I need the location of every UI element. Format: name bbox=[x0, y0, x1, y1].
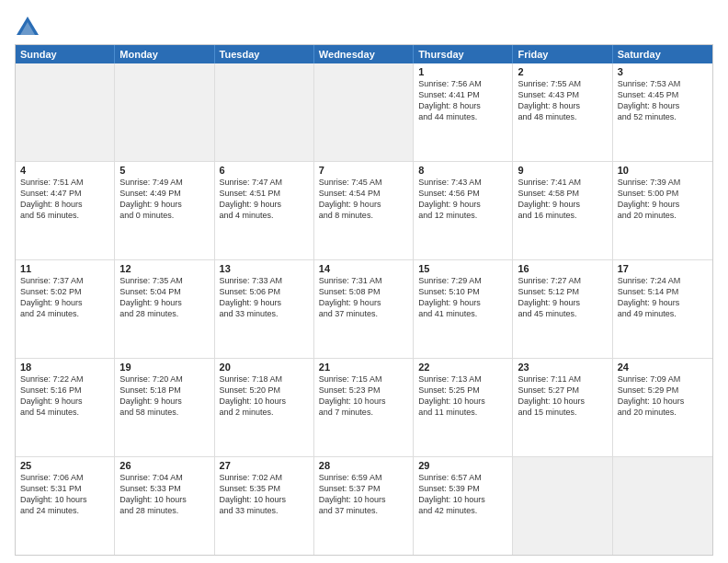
day-number: 11 bbox=[20, 263, 109, 274]
calendar-row-0: 1Sunrise: 7:56 AMSunset: 4:41 PMDaylight… bbox=[16, 63, 712, 162]
day-info: Sunrise: 7:33 AMSunset: 5:06 PMDaylight:… bbox=[220, 275, 309, 320]
cal-cell-0-5: 2Sunrise: 7:55 AMSunset: 4:43 PMDaylight… bbox=[513, 63, 612, 161]
calendar-row-2: 11Sunrise: 7:37 AMSunset: 5:02 PMDayligh… bbox=[16, 260, 712, 359]
day-number: 28 bbox=[319, 460, 408, 471]
day-number: 5 bbox=[119, 165, 209, 176]
cal-cell-1-4: 8Sunrise: 7:43 AMSunset: 4:56 PMDaylight… bbox=[414, 162, 513, 259]
day-info: Sunrise: 7:31 AMSunset: 5:08 PMDaylight:… bbox=[319, 275, 408, 320]
day-info: Sunrise: 7:20 AMSunset: 5:18 PMDaylight:… bbox=[119, 373, 209, 419]
header-day-tuesday: Tuesday bbox=[215, 45, 314, 63]
day-info: Sunrise: 7:45 AMSunset: 4:54 PMDaylight:… bbox=[319, 177, 408, 222]
day-info: Sunrise: 7:06 AMSunset: 5:31 PMDaylight:… bbox=[20, 472, 109, 517]
day-number: 7 bbox=[319, 165, 408, 176]
day-info: Sunrise: 7:43 AMSunset: 4:56 PMDaylight:… bbox=[418, 177, 507, 222]
day-info: Sunrise: 7:04 AMSunset: 5:33 PMDaylight:… bbox=[119, 472, 209, 517]
header-day-thursday: Thursday bbox=[414, 45, 513, 63]
page: SundayMondayTuesdayWednesdayThursdayFrid… bbox=[0, 0, 728, 563]
cal-cell-1-3: 7Sunrise: 7:45 AMSunset: 4:54 PMDaylight… bbox=[314, 162, 414, 259]
day-number: 12 bbox=[119, 263, 209, 274]
day-number: 1 bbox=[418, 66, 507, 77]
day-info: Sunrise: 7:13 AMSunset: 5:25 PMDaylight:… bbox=[418, 373, 507, 419]
cal-cell-0-6: 3Sunrise: 7:53 AMSunset: 4:45 PMDaylight… bbox=[613, 63, 712, 161]
day-number: 9 bbox=[518, 165, 607, 176]
cal-cell-1-5: 9Sunrise: 7:41 AMSunset: 4:58 PMDaylight… bbox=[513, 162, 612, 259]
day-number: 2 bbox=[518, 66, 607, 77]
day-number: 3 bbox=[618, 66, 708, 77]
calendar-row-3: 18Sunrise: 7:22 AMSunset: 5:16 PMDayligh… bbox=[16, 359, 712, 457]
day-number: 22 bbox=[418, 362, 507, 373]
cal-cell-3-0: 18Sunrise: 7:22 AMSunset: 5:16 PMDayligh… bbox=[16, 359, 115, 456]
day-info: Sunrise: 7:37 AMSunset: 5:02 PMDaylight:… bbox=[20, 275, 109, 320]
day-info: Sunrise: 7:49 AMSunset: 4:49 PMDaylight:… bbox=[119, 177, 209, 222]
cal-cell-4-3: 28Sunrise: 6:59 AMSunset: 5:37 PMDayligh… bbox=[314, 457, 414, 555]
header-day-friday: Friday bbox=[513, 45, 612, 63]
day-number: 29 bbox=[418, 460, 507, 471]
day-info: Sunrise: 6:57 AMSunset: 5:39 PMDaylight:… bbox=[418, 472, 507, 517]
calendar-header: SundayMondayTuesdayWednesdayThursdayFrid… bbox=[16, 45, 712, 63]
cal-cell-3-3: 21Sunrise: 7:15 AMSunset: 5:23 PMDayligh… bbox=[314, 359, 414, 456]
cal-cell-0-2 bbox=[215, 63, 314, 161]
cal-cell-3-4: 22Sunrise: 7:13 AMSunset: 5:25 PMDayligh… bbox=[414, 359, 513, 456]
cal-cell-4-4: 29Sunrise: 6:57 AMSunset: 5:39 PMDayligh… bbox=[414, 457, 513, 555]
cal-cell-4-0: 25Sunrise: 7:06 AMSunset: 5:31 PMDayligh… bbox=[16, 457, 115, 555]
day-info: Sunrise: 6:59 AMSunset: 5:37 PMDaylight:… bbox=[319, 472, 408, 517]
cal-cell-1-1: 5Sunrise: 7:49 AMSunset: 4:49 PMDaylight… bbox=[115, 162, 214, 259]
day-number: 14 bbox=[319, 263, 408, 274]
day-info: Sunrise: 7:51 AMSunset: 4:47 PMDaylight:… bbox=[20, 177, 109, 222]
header-day-saturday: Saturday bbox=[613, 45, 712, 63]
cal-cell-1-2: 6Sunrise: 7:47 AMSunset: 4:51 PMDaylight… bbox=[215, 162, 314, 259]
day-info: Sunrise: 7:53 AMSunset: 4:45 PMDaylight:… bbox=[618, 78, 708, 123]
header bbox=[15, 11, 713, 40]
day-number: 13 bbox=[220, 263, 309, 274]
cal-cell-2-1: 12Sunrise: 7:35 AMSunset: 5:04 PMDayligh… bbox=[115, 260, 214, 358]
logo bbox=[15, 15, 42, 40]
cal-cell-1-6: 10Sunrise: 7:39 AMSunset: 5:00 PMDayligh… bbox=[613, 162, 712, 259]
day-info: Sunrise: 7:39 AMSunset: 5:00 PMDaylight:… bbox=[618, 177, 708, 222]
cal-cell-4-2: 27Sunrise: 7:02 AMSunset: 5:35 PMDayligh… bbox=[215, 457, 314, 555]
day-info: Sunrise: 7:18 AMSunset: 5:20 PMDaylight:… bbox=[220, 373, 309, 419]
cal-cell-4-1: 26Sunrise: 7:04 AMSunset: 5:33 PMDayligh… bbox=[115, 457, 214, 555]
cal-cell-0-4: 1Sunrise: 7:56 AMSunset: 4:41 PMDaylight… bbox=[414, 63, 513, 161]
day-info: Sunrise: 7:35 AMSunset: 5:04 PMDaylight:… bbox=[119, 275, 209, 320]
calendar-row-1: 4Sunrise: 7:51 AMSunset: 4:47 PMDaylight… bbox=[16, 162, 712, 260]
day-info: Sunrise: 7:15 AMSunset: 5:23 PMDaylight:… bbox=[319, 373, 408, 419]
cal-cell-2-5: 16Sunrise: 7:27 AMSunset: 5:12 PMDayligh… bbox=[513, 260, 612, 358]
day-number: 6 bbox=[220, 165, 309, 176]
day-info: Sunrise: 7:09 AMSunset: 5:29 PMDaylight:… bbox=[618, 373, 708, 419]
day-number: 4 bbox=[20, 165, 109, 176]
day-info: Sunrise: 7:55 AMSunset: 4:43 PMDaylight:… bbox=[518, 78, 607, 123]
day-number: 21 bbox=[319, 362, 408, 373]
day-number: 23 bbox=[518, 362, 607, 373]
day-number: 17 bbox=[618, 263, 708, 274]
calendar-row-4: 25Sunrise: 7:06 AMSunset: 5:31 PMDayligh… bbox=[16, 457, 712, 555]
day-info: Sunrise: 7:56 AMSunset: 4:41 PMDaylight:… bbox=[418, 78, 507, 123]
cal-cell-0-1 bbox=[115, 63, 214, 161]
cal-cell-2-4: 15Sunrise: 7:29 AMSunset: 5:10 PMDayligh… bbox=[414, 260, 513, 358]
day-info: Sunrise: 7:24 AMSunset: 5:14 PMDaylight:… bbox=[618, 275, 708, 320]
cal-cell-0-0 bbox=[16, 63, 115, 161]
day-info: Sunrise: 7:29 AMSunset: 5:10 PMDaylight:… bbox=[418, 275, 507, 320]
logo-icon bbox=[15, 15, 40, 40]
cal-cell-3-1: 19Sunrise: 7:20 AMSunset: 5:18 PMDayligh… bbox=[115, 359, 214, 456]
cal-cell-3-5: 23Sunrise: 7:11 AMSunset: 5:27 PMDayligh… bbox=[513, 359, 612, 456]
day-info: Sunrise: 7:47 AMSunset: 4:51 PMDaylight:… bbox=[220, 177, 309, 222]
cal-cell-4-6 bbox=[613, 457, 712, 555]
calendar: SundayMondayTuesdayWednesdayThursdayFrid… bbox=[15, 44, 713, 556]
day-number: 19 bbox=[119, 362, 209, 373]
day-number: 25 bbox=[20, 460, 109, 471]
header-day-monday: Monday bbox=[115, 45, 214, 63]
calendar-body: 1Sunrise: 7:56 AMSunset: 4:41 PMDaylight… bbox=[16, 63, 712, 555]
day-info: Sunrise: 7:11 AMSunset: 5:27 PMDaylight:… bbox=[518, 373, 607, 419]
cal-cell-0-3 bbox=[314, 63, 414, 161]
header-day-sunday: Sunday bbox=[16, 45, 115, 63]
day-info: Sunrise: 7:41 AMSunset: 4:58 PMDaylight:… bbox=[518, 177, 607, 222]
day-number: 18 bbox=[20, 362, 109, 373]
day-number: 20 bbox=[220, 362, 309, 373]
cal-cell-2-2: 13Sunrise: 7:33 AMSunset: 5:06 PMDayligh… bbox=[215, 260, 314, 358]
cal-cell-1-0: 4Sunrise: 7:51 AMSunset: 4:47 PMDaylight… bbox=[16, 162, 115, 259]
cal-cell-2-3: 14Sunrise: 7:31 AMSunset: 5:08 PMDayligh… bbox=[314, 260, 414, 358]
header-day-wednesday: Wednesday bbox=[314, 45, 414, 63]
cal-cell-2-6: 17Sunrise: 7:24 AMSunset: 5:14 PMDayligh… bbox=[613, 260, 712, 358]
day-number: 26 bbox=[119, 460, 209, 471]
day-info: Sunrise: 7:02 AMSunset: 5:35 PMDaylight:… bbox=[220, 472, 309, 517]
